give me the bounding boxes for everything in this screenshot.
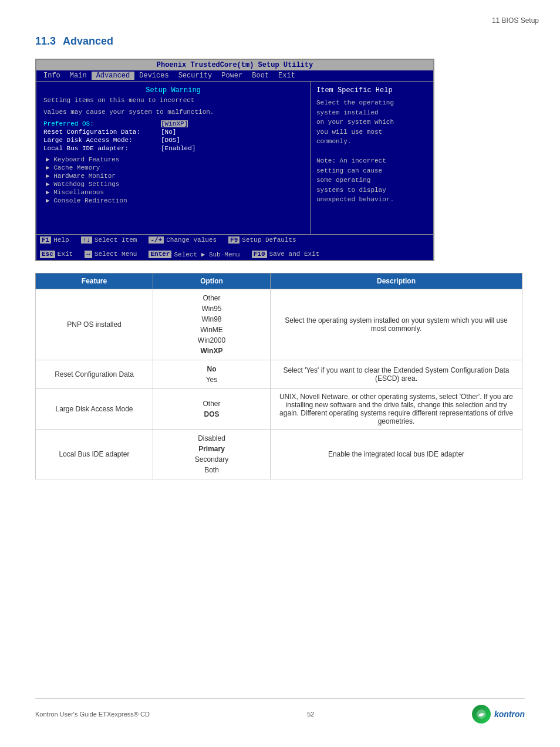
bios-help-text: Select the operatingsystem installedon y… [316,98,427,205]
bios-footer-item-0-0: F1Help [40,236,69,244]
bios-footer-desc: Exit [58,251,73,258]
bios-field-value-2[interactable]: [DOS] [161,137,180,144]
table-header-feature: Feature [36,273,153,289]
bios-help-line: Note: An incorrect [316,156,427,166]
bios-field-label-0: Preferred OS: [43,120,161,127]
table-cell-feature-1: Reset Configuration Data [36,360,153,389]
bios-field-value-3[interactable]: [Enabled] [161,145,195,152]
bios-footer-item-1-2: EnterSelect ▶ Sub-Menu [149,251,239,258]
bios-field-label-1: Reset Configuration Data: [43,129,161,136]
option-item[interactable]: Disabled [159,433,264,444]
bios-help-line: some operating [316,175,427,185]
bios-footer-desc: Save and Exit [269,251,320,258]
bios-submenu-1[interactable]: Cache Memory [43,164,303,171]
option-item[interactable]: Primary [159,444,264,454]
setup-warning-title: Setup Warning [43,86,303,94]
bios-footer-key: F9 [228,236,239,244]
table-row: PNP OS installedOtherWin95Win98WinMEWin2… [36,289,522,360]
bios-menu-security[interactable]: Security [174,72,217,80]
data-table: FeatureOptionDescription PNP OS installe… [35,273,522,479]
table-cell-option-3: DisabledPrimarySecondaryBoth [153,430,271,479]
bios-submenus: Keyboard FeaturesCache MemoryHardware Mo… [43,156,303,204]
table-cell-description-0: Select the operating system installed on… [271,289,522,360]
option-item[interactable]: WinME [159,325,264,335]
table-header-description: Description [271,273,522,289]
bios-submenu-0[interactable]: Keyboard Features [43,156,303,163]
bios-footer-key: F1 [40,236,51,244]
section-heading: 11.3 Advanced [35,35,113,48]
option-item[interactable]: Both [159,465,264,475]
bios-help-line [316,147,427,157]
table-cell-description-3: Enable the integrated local bus IDE adap… [271,430,522,479]
table-header-option: Option [153,273,271,289]
table-cell-description-1: Select 'Yes' if you want to clear the Ex… [271,360,522,389]
logo-icon [472,705,491,724]
bios-submenu-3[interactable]: Watchdog Settings [43,180,303,188]
bios-submenu-2[interactable]: Hardware Monitor [43,172,303,180]
table-cell-option-2: OtherDOS [153,389,271,430]
option-item[interactable]: Yes [159,374,264,385]
bios-menu-exit[interactable]: Exit [274,72,300,80]
bios-footer-item-0-2: -/+Change Values [149,236,217,244]
bios-menu-devices[interactable]: Devices [134,72,173,80]
option-item[interactable]: No [159,364,264,374]
table-row: Large Disk Access ModeOtherDOSUNIX, Nove… [36,389,522,430]
logo-brand-text: kontron [494,709,525,719]
bios-help-line: setting can cause [316,166,427,176]
bios-content: Setup Warning Setting items on this menu… [36,82,433,234]
kontron-leaf-icon [475,708,487,720]
bios-footer-row-0: F1Help↑↓Select Item-/+Change ValuesF9Set… [40,236,430,244]
bios-menu-main[interactable]: Main [65,72,92,80]
table-row: Local Bus IDE adapterDisabledPrimarySeco… [36,430,522,479]
bios-help-line: unexpected behavior. [316,195,427,205]
option-item[interactable]: WinXP [159,346,264,356]
bios-submenu-4[interactable]: Miscellaneous [43,188,303,196]
bios-footer-desc: Select ▶ Sub-Menu [174,251,239,258]
bios-field-row-0: Preferred OS:[WinXP] [43,120,303,127]
bios-menu-power[interactable]: Power [217,72,247,80]
bios-footer-key: Esc [40,251,55,258]
table-header: FeatureOptionDescription [36,273,522,289]
bios-help-title: Item Specific Help [316,86,427,94]
option-item[interactable]: Win95 [159,303,264,314]
option-item[interactable]: Win2000 [159,335,264,346]
bios-help-line: systems to display [316,185,427,195]
bios-help-line: you will use most [316,127,427,137]
bios-footer-key: -/+ [149,236,164,244]
bios-menu-boot[interactable]: Boot [247,72,274,80]
footer-center: 52 [307,711,314,718]
option-item[interactable]: Win98 [159,314,264,325]
bios-menu-info[interactable]: Info [39,72,65,80]
page-header: 11 BIOS Setup [492,16,539,25]
bios-menu-bar: InfoMainAdvancedDevicesSecurityPowerBoot… [36,70,433,82]
bios-footer-item-1-3: F10Save and Exit [252,251,320,258]
table-cell-option-0: OtherWin95Win98WinMEWin2000WinXP [153,289,271,360]
warning-text-2: values may cause your system to malfunct… [43,109,303,116]
warning-text-1: Setting items on this menu to incorrect [43,97,303,104]
option-item[interactable]: Other [159,398,264,409]
bios-footer-item-1-1: ↔Select Menu [85,251,137,258]
bios-footer-item-0-3: F9Setup Defaults [228,236,296,244]
bios-field-value-0[interactable]: [WinXP] [161,120,188,127]
bios-help-line: commonly. [316,137,427,147]
footer-logo: kontron [472,705,525,724]
bios-field-row-3: Local Bus IDE adapter:[Enabled] [43,145,303,152]
table-row: Reset Configuration DataNoYesSelect 'Yes… [36,360,522,389]
bios-footer-key: F10 [252,251,267,258]
bios-field-value-1[interactable]: [No] [161,129,176,136]
bios-screen: Phoenix TrustedCore(tm) Setup Utility In… [35,59,434,261]
bios-field-label-3: Local Bus IDE adapter: [43,145,161,152]
bios-submenu-5[interactable]: Console Redirection [43,197,303,204]
bios-footer-key: Enter [149,251,171,258]
option-item[interactable]: Secondary [159,454,264,465]
bios-help-line: Select the operating [316,98,427,108]
table-cell-description-2: UNIX, Novell Netware, or other operating… [271,389,522,430]
option-item[interactable]: Other [159,293,264,303]
bios-footer-row-1: EscExit↔Select MenuEnterSelect ▶ Sub-Men… [40,251,430,258]
bios-footer-desc: Change Values [166,236,217,244]
bios-footer-desc: Help [53,236,69,244]
option-item[interactable]: DOS [159,409,264,420]
section-number: 11.3 [35,35,56,48]
bios-menu-advanced[interactable]: Advanced [92,72,135,80]
bios-help: Item Specific Help Select the operatings… [310,82,433,234]
